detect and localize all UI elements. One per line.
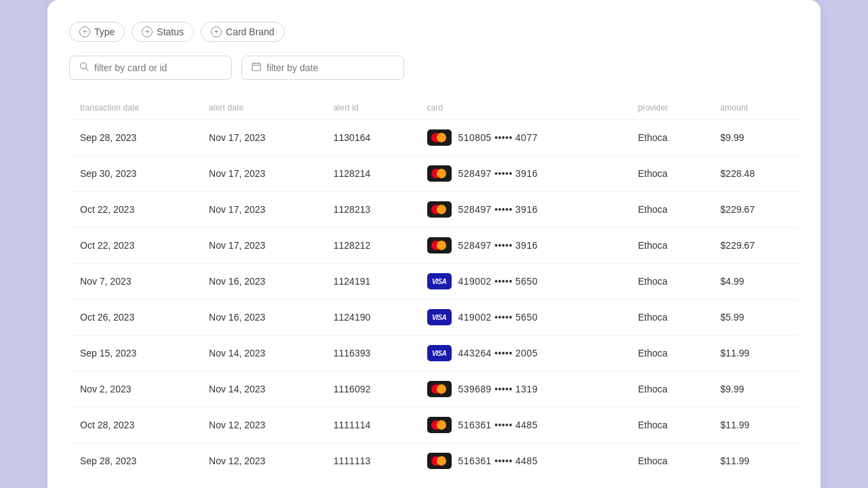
type-plus-icon: + bbox=[79, 26, 90, 37]
cell-amount: $11.99 bbox=[709, 407, 799, 443]
cell-provider: Ethoca bbox=[627, 120, 710, 156]
card-number-text: 528497 ••••• 3916 bbox=[458, 204, 538, 215]
table-row: Oct 28, 2023Nov 12, 20231111114516361 ••… bbox=[69, 407, 799, 443]
cell-card: 528497 ••••• 3916 bbox=[416, 228, 627, 264]
cell-card: 516361 ••••• 4485 bbox=[416, 443, 627, 479]
cell-provider: Ethoca bbox=[627, 407, 710, 443]
cell-alert-id: 1111114 bbox=[323, 407, 416, 443]
visa-card-icon: VISA bbox=[427, 345, 452, 361]
mastercard-card-icon bbox=[427, 417, 452, 433]
col-alert-id: alert id bbox=[323, 96, 416, 120]
cell-provider: Ethoca bbox=[627, 156, 710, 192]
cell-alert-date: Nov 12, 2023 bbox=[198, 407, 323, 443]
cell-alert-date: Nov 17, 2023 bbox=[198, 156, 323, 192]
cell-card: VISA443264 ••••• 2005 bbox=[416, 336, 627, 371]
cell-card: 528497 ••••• 3916 bbox=[416, 156, 627, 192]
cell-amount: $9.99 bbox=[709, 371, 799, 407]
cell-card: VISA419002 ••••• 5650 bbox=[416, 264, 627, 300]
card-number-text: 443264 ••••• 2005 bbox=[458, 348, 538, 359]
cell-amount: $229.67 bbox=[709, 228, 799, 264]
card-brand-plus-icon: + bbox=[211, 26, 222, 37]
cell-amount: $228.48 bbox=[709, 156, 799, 192]
card-number-text: 419002 ••••• 5650 bbox=[458, 276, 538, 287]
transactions-table: transaction date alert date alert id car… bbox=[69, 96, 799, 479]
cell-card: VISA419002 ••••• 5650 bbox=[416, 300, 627, 336]
cell-card: 510805 ••••• 4077 bbox=[416, 120, 627, 156]
cell-alert-id: 1124190 bbox=[323, 300, 416, 336]
card-number-text: 419002 ••••• 5650 bbox=[458, 312, 538, 323]
cell-amount: $11.99 bbox=[709, 443, 799, 479]
cell-alert-date: Nov 12, 2023 bbox=[198, 443, 323, 479]
cell-alert-date: Nov 17, 2023 bbox=[198, 120, 323, 156]
table-header-row: transaction date alert date alert id car… bbox=[69, 96, 799, 120]
card-number-text: 528497 ••••• 3916 bbox=[458, 168, 538, 179]
table-row: Oct 22, 2023Nov 17, 20231128213528497 ••… bbox=[69, 192, 799, 228]
cell-alert-date: Nov 14, 2023 bbox=[198, 371, 323, 407]
card-search-wrap bbox=[69, 56, 232, 80]
card-brand-filter-button[interactable]: + Card Brand bbox=[201, 22, 285, 42]
table-row: Sep 28, 2023Nov 17, 20231130164510805 ••… bbox=[69, 120, 799, 156]
cell-alert-date: Nov 16, 2023 bbox=[198, 264, 323, 300]
date-search-input[interactable] bbox=[267, 62, 394, 73]
cell-amount: $4.99 bbox=[709, 264, 799, 300]
cell-transaction-date: Nov 2, 2023 bbox=[69, 371, 198, 407]
cell-alert-id: 1128214 bbox=[323, 156, 416, 192]
cell-transaction-date: Sep 28, 2023 bbox=[69, 120, 198, 156]
col-transaction-date: transaction date bbox=[69, 96, 198, 120]
cell-card: 539689 ••••• 1319 bbox=[416, 371, 627, 407]
type-filter-label: Type bbox=[94, 26, 115, 37]
table-row: Nov 7, 2023Nov 16, 20231124191VISA419002… bbox=[69, 264, 799, 300]
mastercard-card-icon bbox=[427, 453, 452, 469]
cell-transaction-date: Sep 30, 2023 bbox=[69, 156, 198, 192]
cell-transaction-date: Oct 26, 2023 bbox=[69, 300, 198, 336]
status-plus-icon: + bbox=[142, 26, 153, 37]
filters-row: + Type + Status + Card Brand bbox=[69, 22, 799, 42]
col-provider: provider bbox=[627, 96, 710, 120]
search-icon bbox=[79, 62, 89, 74]
visa-card-icon: VISA bbox=[427, 273, 452, 289]
svg-line-1 bbox=[86, 68, 89, 71]
mastercard-card-icon bbox=[427, 165, 452, 182]
main-card: + Type + Status + Card Brand bbox=[47, 0, 821, 488]
cell-alert-date: Nov 14, 2023 bbox=[198, 336, 323, 371]
cell-provider: Ethoca bbox=[627, 336, 710, 371]
search-row bbox=[69, 56, 799, 80]
cell-provider: Ethoca bbox=[627, 192, 710, 228]
cell-alert-date: Nov 17, 2023 bbox=[198, 192, 323, 228]
table-row: Oct 26, 2023Nov 16, 20231124190VISA41900… bbox=[69, 300, 799, 336]
cell-amount: $5.99 bbox=[709, 300, 799, 336]
mastercard-card-icon bbox=[427, 237, 452, 253]
cell-alert-date: Nov 16, 2023 bbox=[198, 300, 323, 336]
status-filter-button[interactable]: + Status bbox=[132, 22, 194, 42]
mastercard-card-icon bbox=[427, 381, 452, 397]
cell-provider: Ethoca bbox=[627, 264, 710, 300]
cell-alert-id: 1116092 bbox=[323, 371, 416, 407]
cell-amount: $9.99 bbox=[709, 120, 799, 156]
svg-rect-2 bbox=[252, 64, 260, 71]
date-search-wrap bbox=[241, 56, 404, 80]
table-row: Sep 15, 2023Nov 14, 20231116393VISA44326… bbox=[69, 336, 799, 371]
cell-transaction-date: Oct 28, 2023 bbox=[69, 407, 198, 443]
card-search-input[interactable] bbox=[94, 62, 222, 73]
calendar-icon bbox=[252, 62, 261, 74]
cell-amount: $229.67 bbox=[709, 192, 799, 228]
col-alert-date: alert date bbox=[198, 96, 323, 120]
cell-alert-id: 1128213 bbox=[323, 192, 416, 228]
card-number-text: 516361 ••••• 4485 bbox=[458, 455, 538, 466]
card-number-text: 539689 ••••• 1319 bbox=[458, 384, 538, 394]
cell-provider: Ethoca bbox=[627, 371, 710, 407]
cell-provider: Ethoca bbox=[627, 443, 710, 479]
status-filter-label: Status bbox=[157, 26, 184, 37]
cell-card: 516361 ••••• 4485 bbox=[416, 407, 627, 443]
mastercard-card-icon bbox=[427, 201, 452, 218]
cell-alert-id: 1130164 bbox=[323, 120, 416, 156]
cell-alert-id: 1111113 bbox=[323, 443, 416, 479]
cell-transaction-date: Oct 22, 2023 bbox=[69, 192, 198, 228]
cell-alert-id: 1124191 bbox=[323, 264, 416, 300]
mastercard-card-icon bbox=[427, 129, 452, 146]
col-card: card bbox=[416, 96, 627, 120]
table-row: Nov 2, 2023Nov 14, 20231116092539689 •••… bbox=[69, 371, 799, 407]
cell-alert-date: Nov 17, 2023 bbox=[198, 228, 323, 264]
type-filter-button[interactable]: + Type bbox=[69, 22, 125, 42]
cell-amount: $11.99 bbox=[709, 336, 799, 371]
